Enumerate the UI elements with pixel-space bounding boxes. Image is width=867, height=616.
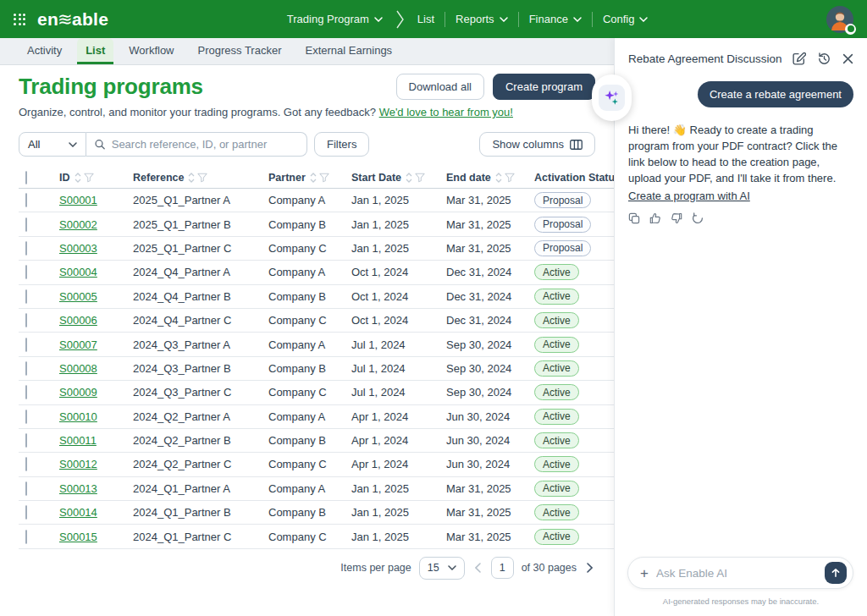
row-checkbox[interactable] — [25, 481, 27, 496]
feedback-link[interactable]: We'd love to hear from you! — [379, 106, 513, 118]
row-checkbox[interactable] — [25, 505, 27, 520]
tab-external-earnings[interactable]: External Earnings — [297, 38, 401, 64]
row-checkbox[interactable] — [25, 457, 27, 471]
start-date-cell: Jan 1, 2025 — [351, 506, 446, 519]
status-badge: Active — [534, 456, 579, 472]
sort-icon[interactable] — [406, 173, 412, 183]
row-checkbox[interactable] — [25, 313, 27, 327]
reference-cell: 2024_Q3_Partner B — [133, 362, 268, 375]
show-columns-button[interactable]: Show columns — [479, 132, 595, 157]
table-row: S00003 2025_Q1_Partner C Company C Jan 1… — [19, 237, 614, 261]
start-date-cell: Jul 1, 2024 — [351, 386, 446, 399]
program-id-link[interactable]: S00012 — [59, 458, 97, 470]
sort-icon[interactable] — [310, 173, 317, 183]
nav-menu-config[interactable]: Config — [593, 13, 659, 25]
tab-list[interactable]: List — [77, 38, 113, 64]
select-all-checkbox[interactable] — [25, 171, 27, 184]
reference-cell: 2024_Q3_Partner C — [133, 386, 268, 399]
program-id-link[interactable]: S00010 — [59, 410, 97, 423]
status-badge: Proposal — [534, 217, 591, 233]
program-id-link[interactable]: S00007 — [59, 338, 97, 351]
columns-icon — [570, 140, 583, 150]
row-checkbox[interactable] — [25, 217, 27, 232]
user-avatar[interactable] — [826, 6, 853, 33]
filter-icon[interactable] — [197, 173, 207, 183]
status-badge: Proposal — [534, 240, 591, 256]
row-checkbox[interactable] — [25, 361, 27, 376]
ask-ai-input[interactable] — [656, 567, 817, 580]
filter-icon[interactable] — [415, 173, 425, 183]
filters-button[interactable]: Filters — [314, 132, 369, 157]
column-header-start-date: Start Date — [351, 172, 446, 184]
nav-menu-label: Reports — [456, 13, 494, 25]
filter-icon[interactable] — [84, 173, 94, 183]
reference-cell: 2024_Q2_Partner C — [133, 458, 268, 470]
sort-icon[interactable] — [495, 173, 502, 183]
nav-menu-label: Config — [603, 13, 635, 25]
row-checkbox[interactable] — [25, 289, 27, 304]
program-id-link[interactable]: S00015 — [59, 531, 97, 543]
row-checkbox[interactable] — [25, 410, 27, 424]
new-chat-icon[interactable] — [792, 52, 806, 66]
program-id-link[interactable]: S00006 — [59, 314, 97, 327]
main-region: Activity List Workflow Progress Tracker … — [0, 38, 614, 616]
search-input[interactable] — [112, 138, 299, 151]
page-number-input[interactable] — [491, 557, 514, 579]
row-checkbox[interactable] — [25, 241, 27, 256]
reference-cell: 2024_Q2_Partner A — [133, 410, 268, 423]
row-checkbox[interactable] — [25, 433, 27, 448]
end-date-cell: Mar 31, 2025 — [446, 506, 534, 519]
program-id-link[interactable]: S00002 — [59, 218, 97, 231]
tab-progress-tracker[interactable]: Progress Tracker — [190, 38, 290, 64]
logo-wave-glyph: ≋ — [58, 9, 73, 30]
tab-workflow[interactable]: Workflow — [120, 38, 182, 64]
end-date-cell: Mar 31, 2025 — [446, 482, 534, 495]
row-checkbox[interactable] — [25, 338, 27, 352]
chat-messages: Create a rebate agreement Hi there! 👋 Re… — [615, 73, 867, 224]
items-per-page-select[interactable]: 15 — [419, 557, 465, 580]
filter-icon[interactable] — [319, 173, 329, 183]
row-checkbox[interactable] — [25, 530, 27, 544]
program-id-link[interactable]: S00008 — [59, 362, 97, 375]
download-all-button[interactable]: Download all — [396, 74, 484, 100]
row-checkbox[interactable] — [25, 193, 27, 207]
create-program-with-ai-link[interactable]: Create a program with AI — [628, 188, 750, 204]
program-id-link[interactable]: S00001 — [59, 194, 97, 206]
program-id-link[interactable]: S00011 — [59, 434, 97, 447]
app-grid-icon[interactable] — [14, 14, 25, 25]
copy-icon[interactable] — [628, 212, 640, 224]
scope-select[interactable]: All — [19, 132, 86, 157]
nav-menu-reports[interactable]: Reports — [445, 13, 518, 25]
program-id-link[interactable]: S00004 — [59, 266, 97, 278]
sparkles-icon — [603, 89, 621, 107]
send-button[interactable] — [825, 562, 847, 584]
program-id-link[interactable]: S00005 — [59, 290, 97, 303]
nav-context-dropdown[interactable]: Trading Program — [277, 13, 393, 25]
next-page-button[interactable] — [584, 563, 595, 573]
regenerate-icon[interactable] — [692, 212, 704, 224]
sort-icon[interactable] — [75, 173, 81, 183]
close-icon[interactable] — [842, 53, 853, 64]
status-badge: Active — [534, 409, 579, 425]
prev-page-button[interactable] — [472, 563, 483, 573]
history-icon[interactable] — [817, 52, 831, 66]
row-checkbox[interactable] — [25, 265, 27, 279]
program-id-link[interactable]: S00013 — [59, 482, 97, 495]
ai-assistant-toggle-button[interactable] — [592, 74, 632, 121]
primary-nav: Trading Program List Reports Finance Con… — [277, 10, 659, 29]
create-program-button[interactable]: Create program — [493, 74, 595, 100]
breadcrumb-current[interactable]: List — [407, 13, 445, 25]
attach-icon[interactable]: + — [640, 566, 649, 580]
program-id-link[interactable]: S00014 — [59, 506, 97, 519]
partner-cell: Company A — [268, 266, 351, 278]
filter-icon[interactable] — [505, 173, 515, 183]
sort-icon[interactable] — [188, 173, 195, 183]
nav-menu-finance[interactable]: Finance — [519, 13, 592, 25]
thumbs-down-icon[interactable] — [671, 212, 682, 224]
program-id-link[interactable]: S00009 — [59, 386, 97, 399]
row-checkbox[interactable] — [25, 385, 27, 399]
show-columns-label: Show columns — [492, 138, 564, 151]
program-id-link[interactable]: S00003 — [59, 242, 97, 255]
tab-activity[interactable]: Activity — [19, 38, 70, 64]
thumbs-up-icon[interactable] — [649, 212, 661, 224]
